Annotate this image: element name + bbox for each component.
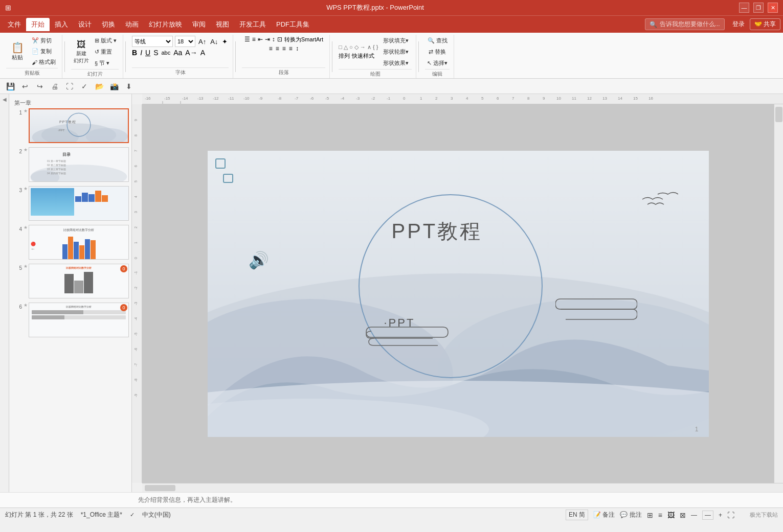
layout-button[interactable]: ⊞ 版式 ▾ [93,36,119,45]
menu-design[interactable]: 设计 [73,18,97,31]
indent-less-button[interactable]: ⇤ [258,36,263,43]
menu-animations[interactable]: 动画 [120,18,144,31]
cut-button[interactable]: ✂️ 剪切 [30,36,58,45]
share-button[interactable]: 🤝 共享 [750,18,780,30]
paste-button[interactable]: 📋 粘贴 [6,37,29,66]
slide-thumb-6[interactable]: 0 比较两组对比数字分析 [29,303,129,337]
align-center-button[interactable]: ≡ [276,45,279,52]
comment-bubble-2[interactable] [223,174,233,183]
select-button[interactable]: ↖ 选择▾ [425,58,450,68]
login-button[interactable]: 登录 [732,20,745,29]
outline-color-button[interactable]: 形状轮廓▾ [381,47,411,57]
new-slide-button[interactable]: 🖼 新建 幻灯片 [71,38,92,66]
more-qa-button[interactable]: ⬇ [123,80,135,92]
view-outline[interactable]: ≡ [658,511,662,519]
slide-star-2: ★ [24,147,28,152]
slide-thumb-2[interactable]: 0 目录 01 第一章节标题02 第二章节标题03 第三章节标题04 第四章节标… [29,147,129,182]
menu-view[interactable]: 视图 [211,18,234,31]
slide-thumbnail-5[interactable]: 5 ★ 0 比较两组对比数字分析 [12,264,129,298]
vertical-scrollbar-thumb[interactable] [775,107,782,122]
slide-thumb-4[interactable]: 0 比较两组对比数字分析 🔴 ← [29,225,129,260]
italic-button[interactable]: I [140,49,142,57]
horizontal-scrollbar-thumb[interactable] [145,485,175,491]
save-button[interactable]: 💾 [4,80,16,92]
restore-button[interactable]: ❐ [753,3,764,13]
fit-slide-button[interactable]: ⛶ [727,511,734,519]
align-justify-button[interactable]: ≡ [289,45,293,52]
font-size-select[interactable]: 18 [175,36,195,47]
line-spacing-button[interactable]: ↕ [296,45,299,52]
menu-review[interactable]: 审阅 [187,18,211,31]
view-grid[interactable]: ⊠ [680,511,686,519]
svg-text:-2: -2 [134,287,138,290]
align-text-button[interactable]: ⊡ [277,36,282,43]
align-left-button[interactable]: ≡ [269,45,273,52]
menu-insert[interactable]: 插入 [50,18,73,31]
find-button[interactable]: 🔍 查找 [426,36,450,45]
menu-pdf[interactable]: PDF工具集 [271,18,315,31]
view-slide[interactable]: 🖼 [667,511,675,519]
convert-smartart-button[interactable]: 转换为SmartArt [284,36,323,43]
spellcheck-button[interactable]: ✓ [78,80,91,92]
quick-styles-button[interactable]: 快速样式 [352,52,374,60]
slide-thumb-5[interactable]: 0 比较两组对比数字分析 [29,264,129,298]
search-box[interactable]: 🔍 告诉我您想要做什么... [645,18,725,30]
slide-thumbnail-6[interactable]: 6 ★ 0 比较两组对比数字分析 [12,303,129,337]
notes-btn[interactable]: 📝 备注 [593,511,615,519]
menu-file[interactable]: 文件 [3,18,26,31]
font-color-button[interactable]: A [200,49,205,57]
comments-btn[interactable]: 💬 批注 [620,511,641,519]
open-file-button[interactable]: 📂 [93,80,105,92]
strikethrough-button[interactable]: S [153,49,158,57]
fill-color-button[interactable]: 形状填充▾ [381,36,411,45]
clear-format-button[interactable]: ✦ [221,37,229,47]
zoom-out-button[interactable]: — [691,512,697,519]
print-preview-button[interactable]: 🖨 [49,80,61,92]
input-lang[interactable]: EN 简 [566,510,588,520]
view-normal[interactable]: ⊞ [647,511,653,519]
fullscreen-button[interactable]: ⛶ [63,80,76,92]
format-painter-button[interactable]: 🖌 格式刷 [30,57,58,67]
increase-font-button[interactable]: A↑ [197,37,207,47]
menu-developer[interactable]: 开发工具 [234,18,271,31]
comment-bubble-1[interactable] [215,158,226,169]
slide-thumbnail-1[interactable]: 1 ★ PPT教程 ·PPT [12,108,129,143]
align-right-button[interactable]: ≡ [282,45,286,52]
slide-thumb-1[interactable]: PPT教程 ·PPT [29,108,129,143]
minimize-button[interactable]: — [739,3,749,13]
screenshot-button[interactable]: 📸 [108,80,120,92]
slide-thumbnail-3[interactable]: 3 ★ 0 [12,186,129,221]
horizontal-scrollbar[interactable] [142,483,783,492]
arrange-button[interactable]: 排列 [339,52,350,60]
copy-button[interactable]: 📄 复制 [30,47,58,56]
char-spacing-button[interactable]: Aa [173,49,182,57]
numbering-button[interactable]: ≡ [252,36,256,43]
redo-button[interactable]: ↪ [34,80,46,92]
bold-button[interactable]: B [132,49,137,57]
subscript-button[interactable]: abc [161,50,170,56]
decrease-font-button[interactable]: A↓ [209,37,219,47]
reset-button[interactable]: ↺ 重置 [93,47,119,57]
text-direction2-button[interactable]: ↕ [272,36,275,43]
section-button[interactable]: § 节 ▾ [93,58,119,68]
slide-thumb-3[interactable]: 0 [29,186,129,221]
menu-home[interactable]: 开始 [26,18,50,31]
slide-thumbnail-4[interactable]: 4 ★ 0 比较两组对比数字分析 🔴 ← [12,225,129,260]
close-button[interactable]: ✕ [768,3,778,13]
window-controls[interactable]: — ❐ ✕ [739,3,778,13]
font-family-select[interactable]: 等线 [132,36,173,47]
menu-transitions[interactable]: 切换 [97,18,120,31]
slide-area[interactable]: 🔊 PPT教程 ·PPT [142,104,774,483]
underline-button[interactable]: U [145,49,150,57]
indent-more-button[interactable]: ⇥ [265,36,270,43]
panel-toggle[interactable]: ◀ [0,94,9,492]
shape-effects-button[interactable]: 形状效果▾ [381,58,411,68]
undo-button[interactable]: ↩ [19,80,31,92]
zoom-in-button[interactable]: + [719,512,722,519]
replace-button[interactable]: ⇄ 替换 [427,47,448,57]
menu-slideshow[interactable]: 幻灯片放映 [144,18,187,31]
slide-thumbnail-2[interactable]: 2 ★ 0 目录 01 第一章节标题02 第二章节标题03 第三章节标题04 第… [12,147,129,182]
audio-icon[interactable]: 🔊 [249,250,269,270]
bullets-button[interactable]: ☰ [244,36,250,43]
text-direction-button[interactable]: A→ [185,49,197,57]
